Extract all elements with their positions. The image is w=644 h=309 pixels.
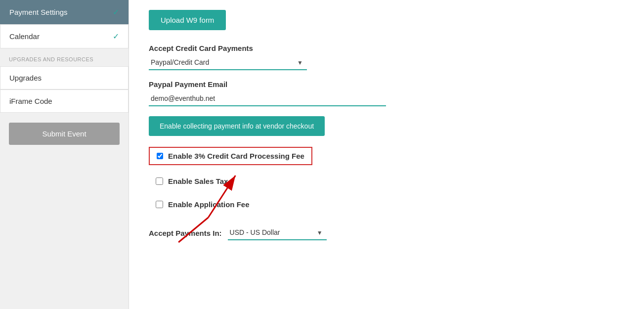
paypal-email-input[interactable] <box>149 91 386 106</box>
sales-tax-checkbox[interactable] <box>156 177 163 185</box>
paypal-email-field-group: Paypal Payment Email <box>149 80 624 106</box>
application-fee-row: Enable Application Fee <box>149 195 624 214</box>
accept-payments-row: Accept Payments In: USD - US Dollar EUR … <box>149 225 624 240</box>
paypal-email-label: Paypal Payment Email <box>149 80 624 88</box>
sidebar-item-calendar[interactable]: Calendar ✓ <box>0 24 129 48</box>
application-fee-label: Enable Application Fee <box>168 200 249 209</box>
accept-payments-label: Accept Payments In: <box>149 229 222 237</box>
sidebar-item-label: Upgrades <box>9 74 42 82</box>
sidebar-item-upgrades[interactable]: Upgrades <box>0 66 129 89</box>
upload-w9-button[interactable]: Upload W9 form <box>149 10 226 30</box>
application-fee-checkbox[interactable] <box>156 201 163 208</box>
currency-select-wrapper: USD - US Dollar EUR - Euro GBP - British… <box>228 225 327 240</box>
checkmark-icon: ✓ <box>113 32 119 41</box>
sidebar-item-payment-settings[interactable]: Payment Settings ✓ <box>0 0 129 24</box>
credit-card-fee-checkbox[interactable] <box>157 153 163 159</box>
sidebar-item-label: Payment Settings <box>9 8 68 16</box>
sidebar-item-label: iFrame Code <box>9 97 52 105</box>
currency-select[interactable]: USD - US Dollar EUR - Euro GBP - British… <box>228 225 327 240</box>
sidebar-item-label: Calendar <box>9 32 40 41</box>
credit-card-field-group: Accept Credit Card Payments Paypal/Credi… <box>149 44 624 70</box>
main-content: Upload W9 form Accept Credit Card Paymen… <box>129 0 644 309</box>
sales-tax-row: Enable Sales Tax <box>149 172 624 190</box>
sales-tax-label: Enable Sales Tax <box>168 177 228 185</box>
credit-card-fee-label: Enable 3% Credit Card Processing Fee <box>168 152 304 160</box>
sidebar-section-upgrades-label: UPGRADES AND RESOURCES <box>0 48 129 66</box>
checkbox-section: Enable 3% Credit Card Processing Fee Ena… <box>149 147 624 214</box>
sidebar: Payment Settings ✓ Calendar ✓ UPGRADES A… <box>0 0 129 309</box>
submit-event-button[interactable]: Submit Event <box>9 123 120 145</box>
credit-card-select[interactable]: Paypal/Credit Card Credit Card Only PayP… <box>149 55 307 70</box>
main-wrapper: Upload W9 form Accept Credit Card Paymen… <box>129 0 644 309</box>
credit-card-fee-row: Enable 3% Credit Card Processing Fee <box>149 147 312 165</box>
credit-card-select-wrapper: Paypal/Credit Card Credit Card Only PayP… <box>149 55 307 70</box>
credit-card-label: Accept Credit Card Payments <box>149 44 624 52</box>
sidebar-item-iframe-code[interactable]: iFrame Code <box>0 89 129 113</box>
checkmark-icon: ✓ <box>113 7 119 17</box>
enable-collecting-button[interactable]: Enable collecting payment info at vendor… <box>149 116 325 136</box>
